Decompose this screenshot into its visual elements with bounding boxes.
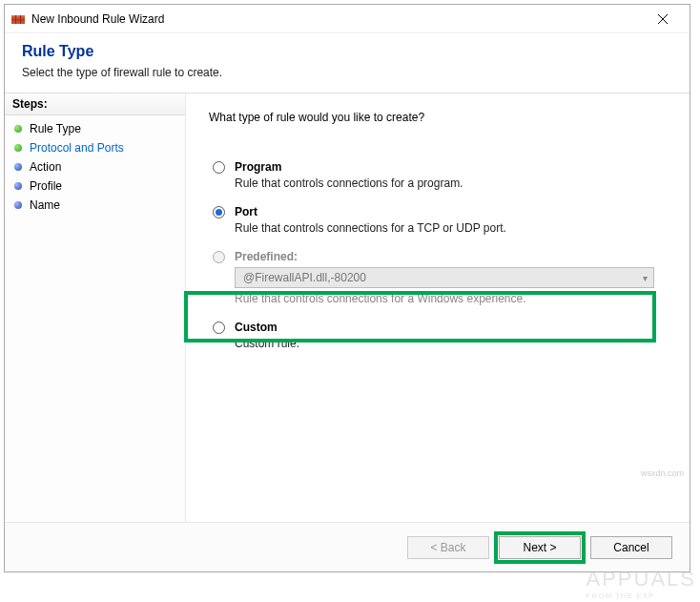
watermark-tag: FROM THE EXP [587, 592, 697, 600]
svg-rect-1 [11, 15, 25, 17]
radio-port[interactable] [213, 206, 225, 218]
step-profile[interactable]: Profile [5, 176, 185, 196]
step-label: Action [30, 160, 61, 174]
close-button[interactable] [641, 6, 684, 32]
option-desc: Custom rule. [235, 337, 663, 350]
bullet-icon [14, 144, 22, 152]
page-title: Rule Type [22, 43, 672, 60]
radio-predefined[interactable] [213, 251, 225, 263]
option-desc: Rule that controls connections for a TCP… [235, 221, 663, 235]
step-protocol-ports[interactable]: Protocol and Ports [5, 138, 185, 157]
step-rule-type[interactable]: Rule Type [5, 119, 185, 138]
watermark-url: wsxdn.com [641, 468, 684, 478]
back-button: < Back [407, 536, 489, 559]
window-title: New Inbound Rule Wizard [31, 12, 641, 26]
page-header: Rule Type Select the type of firewall ru… [5, 33, 690, 93]
steps-list: Rule Type Protocol and Ports Action Prof… [5, 115, 185, 218]
step-action[interactable]: Action [5, 157, 185, 176]
predefined-select[interactable]: @FirewallAPI.dll,-80200 ▾ [235, 267, 654, 288]
option-desc: Rule that controls connections for a pro… [235, 176, 663, 190]
content-panel: What type of rule would you like to crea… [186, 93, 690, 522]
rule-type-options: Program Rule that controls connections f… [209, 155, 667, 360]
option-port[interactable]: Port Rule that controls connections for … [209, 199, 667, 244]
wizard-body: Steps: Rule Type Protocol and Ports Acti… [5, 93, 690, 522]
select-value: @FirewallAPI.dll,-80200 [243, 271, 366, 284]
option-predefined: Predefined: @FirewallAPI.dll,-80200 ▾ Ru… [209, 244, 667, 315]
radio-program[interactable] [213, 161, 225, 174]
option-custom[interactable]: Custom Custom rule. [209, 315, 667, 360]
wizard-window: New Inbound Rule Wizard Rule Type Select… [4, 4, 690, 572]
svg-rect-3 [15, 15, 16, 24]
page-subtitle: Select the type of firewall rule to crea… [22, 66, 672, 79]
step-label: Name [30, 198, 60, 212]
step-label: Rule Type [30, 122, 81, 135]
svg-rect-4 [20, 15, 21, 24]
option-program[interactable]: Program Rule that controls connections f… [209, 155, 667, 199]
option-label: Program [235, 160, 281, 174]
cancel-button[interactable]: Cancel [590, 536, 672, 559]
option-label: Custom [235, 321, 278, 334]
next-button[interactable]: Next > [499, 536, 581, 559]
bullet-icon [14, 125, 22, 133]
step-label: Protocol and Ports [30, 141, 124, 155]
steps-panel: Steps: Rule Type Protocol and Ports Acti… [5, 93, 186, 522]
close-icon [658, 14, 668, 24]
bullet-icon [14, 201, 22, 209]
radio-custom[interactable] [213, 322, 225, 334]
option-label: Predefined: [235, 250, 298, 263]
step-label: Profile [30, 179, 62, 193]
option-label: Port [235, 205, 257, 218]
chevron-down-icon: ▾ [643, 273, 648, 283]
bullet-icon [14, 163, 22, 171]
svg-rect-2 [11, 19, 25, 21]
steps-heading: Steps: [5, 93, 185, 115]
titlebar: New Inbound Rule Wizard [5, 5, 690, 33]
option-desc: Rule that controls connections for a Win… [235, 292, 663, 305]
question-text: What type of rule would you like to crea… [209, 111, 667, 124]
bullet-icon [14, 182, 22, 190]
firewall-icon [10, 11, 26, 27]
step-name[interactable]: Name [5, 196, 185, 215]
wizard-footer: < Back Next > Cancel [5, 522, 690, 571]
